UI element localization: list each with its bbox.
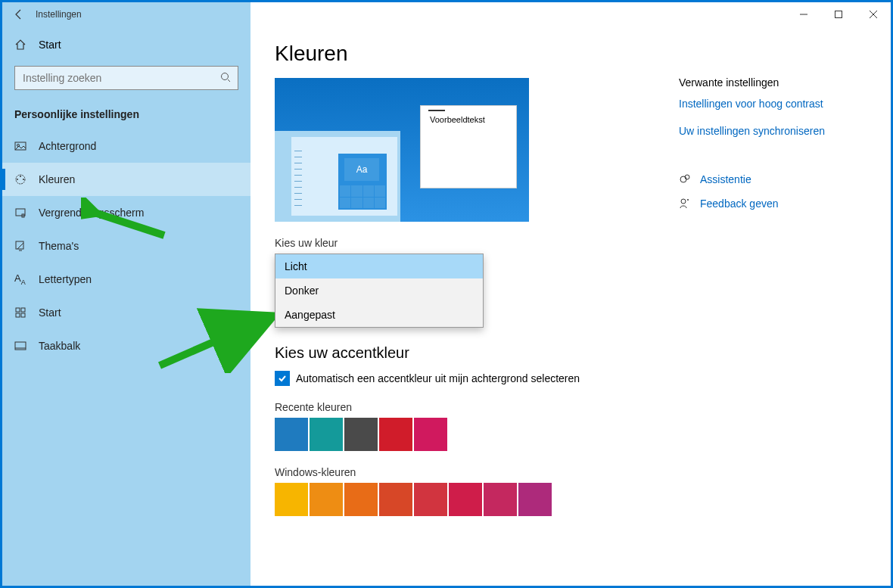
sidebar-nav: Achtergrond Kleuren Vergrendelingsscherm… — [2, 129, 250, 362]
sidebar-item-label: Thema's — [39, 240, 79, 252]
color-swatch[interactable] — [344, 418, 378, 451]
close-button[interactable] — [856, 2, 891, 26]
color-swatch[interactable] — [449, 483, 482, 516]
link-sync-settings[interactable]: Uw instellingen synchroniseren — [679, 125, 865, 137]
sidebar-item-lockscreen[interactable]: Vergrendelingsscherm — [2, 196, 250, 229]
svg-point-7 — [20, 176, 21, 177]
home-button[interactable]: Start — [2, 33, 250, 57]
preview-sample-text: Voorbeeldtekst — [420, 105, 517, 188]
back-button[interactable] — [2, 2, 36, 26]
svg-rect-15 — [16, 313, 20, 317]
color-swatch[interactable] — [379, 418, 412, 451]
accent-heading: Kies uw accentkleur — [275, 344, 867, 362]
feedback-icon — [679, 198, 691, 210]
svg-point-9 — [17, 179, 18, 180]
sidebar-item-label: Lettertypen — [39, 273, 92, 285]
sidebar-item-label: Taakbalk — [39, 340, 80, 352]
color-swatch[interactable] — [275, 483, 308, 516]
svg-rect-10 — [16, 209, 25, 216]
svg-rect-13 — [16, 308, 20, 312]
svg-point-2 — [222, 73, 229, 80]
svg-rect-14 — [21, 308, 25, 312]
color-swatch[interactable] — [379, 483, 412, 516]
dropdown-option-dark[interactable]: Donker — [275, 278, 483, 303]
dropdown-option-custom[interactable]: Aangepast — [275, 303, 483, 327]
link-assistance[interactable]: Assistentie — [700, 173, 751, 185]
recent-colors — [275, 418, 867, 451]
sidebar-item-label: Achtergrond — [39, 140, 96, 152]
windows-colors — [275, 483, 867, 516]
maximize-button[interactable] — [821, 2, 856, 26]
check-icon — [277, 373, 288, 384]
maximize-icon — [835, 11, 842, 18]
image-icon — [14, 140, 26, 152]
search-box[interactable] — [14, 66, 238, 90]
svg-point-8 — [23, 179, 24, 180]
start-icon — [14, 306, 26, 319]
svg-rect-12 — [16, 241, 23, 249]
minimize-button[interactable] — [786, 2, 821, 26]
close-icon — [870, 11, 877, 18]
home-label: Start — [39, 39, 61, 51]
link-feedback[interactable]: Feedback geven — [700, 198, 779, 210]
windows-colors-label: Windows-kleuren — [275, 466, 867, 478]
sidebar-item-background[interactable]: Achtergrond — [2, 129, 250, 163]
color-swatch[interactable] — [484, 483, 517, 516]
window-title: Instellingen — [36, 9, 82, 20]
preview-aa: Aa — [344, 158, 379, 181]
sidebar-item-colors[interactable]: Kleuren — [2, 163, 250, 196]
lockscreen-icon — [14, 207, 26, 219]
related-title: Verwante instellingen — [679, 76, 865, 89]
sidebar-item-themes[interactable]: Thema's — [2, 229, 250, 263]
color-swatch[interactable] — [275, 418, 308, 451]
sidebar-item-start[interactable]: Start — [2, 296, 250, 329]
minimize-icon — [800, 11, 807, 18]
color-swatch[interactable] — [310, 418, 343, 451]
svg-point-19 — [680, 176, 686, 182]
link-high-contrast[interactable]: Instellingen voor hoog contrast — [679, 98, 865, 110]
theme-preview: Aa Voorbeeldtekst — [275, 78, 529, 222]
search-input[interactable] — [14, 66, 238, 90]
svg-rect-16 — [21, 313, 25, 317]
assist-icon — [679, 173, 691, 185]
svg-rect-1 — [835, 11, 842, 18]
color-swatch[interactable] — [518, 483, 552, 516]
sidebar-item-label: Kleuren — [39, 173, 75, 185]
related-settings-panel: Verwante instellingen Instellingen voor … — [679, 76, 865, 222]
svg-line-3 — [228, 79, 230, 82]
sidebar-item-fonts[interactable]: AA Lettertypen — [2, 263, 250, 296]
home-icon — [14, 39, 26, 51]
sidebar-section-title: Persoonlijke instellingen — [2, 102, 250, 129]
color-mode-dropdown[interactable]: Licht Donker Aangepast — [275, 254, 484, 328]
auto-accent-checkbox[interactable] — [275, 371, 290, 386]
color-swatch[interactable] — [414, 418, 447, 451]
color-swatch[interactable] — [414, 483, 447, 516]
arrow-left-icon — [13, 8, 25, 20]
search-icon — [220, 72, 231, 85]
font-icon: AA — [14, 272, 26, 286]
auto-accent-label: Automatisch een accentkleur uit mijn ach… — [296, 372, 580, 384]
titlebar: Instellingen — [2, 2, 891, 26]
dropdown-option-light[interactable]: Licht — [275, 254, 483, 278]
sidebar: Start Persoonlijke instellingen Achtergr… — [2, 26, 250, 586]
choose-color-label: Kies uw kleur — [275, 237, 867, 249]
recent-colors-label: Recente kleuren — [275, 401, 867, 413]
svg-point-21 — [681, 199, 686, 204]
page-heading: Kleuren — [275, 42, 867, 66]
main-content: Kleuren Aa Voorbeeldtekst Kies uw kleur … — [250, 26, 891, 586]
color-swatch[interactable] — [344, 483, 378, 516]
palette-icon — [14, 173, 26, 185]
theme-icon — [14, 240, 26, 252]
taskbar-icon — [14, 340, 26, 352]
sidebar-item-taskbar[interactable]: Taakbalk — [2, 329, 250, 362]
sidebar-item-label: Vergrendelingsscherm — [39, 207, 144, 219]
sidebar-item-label: Start — [39, 306, 61, 319]
color-swatch[interactable] — [310, 483, 343, 516]
